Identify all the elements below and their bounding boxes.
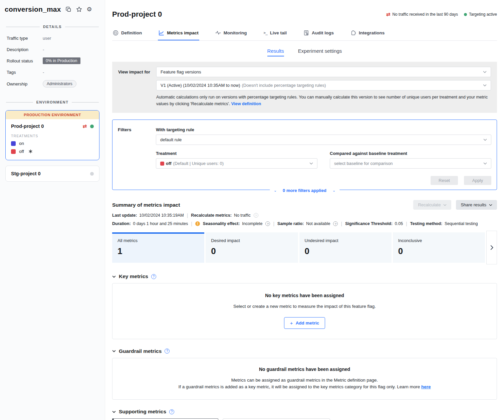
production-environment-card[interactable]: PRODUCTION ENVIRONMENT Prod-project 0 ⇄ … bbox=[5, 110, 99, 160]
filters-title: Filters bbox=[118, 127, 156, 185]
star-icon[interactable] bbox=[76, 6, 82, 12]
rollout-status-badge: 0% in Production bbox=[43, 57, 80, 64]
apply-button[interactable]: Apply bbox=[464, 176, 491, 185]
treatments-label: TREATMENTS bbox=[11, 134, 94, 138]
default-treatment-asterisk-icon bbox=[29, 150, 32, 153]
flag-tabs: Definition Metrics impact Monitoring >_ … bbox=[112, 27, 497, 41]
add-metric-button[interactable]: + Add metric bbox=[284, 317, 325, 329]
baseline-dropdown[interactable]: select baseline for comparison bbox=[330, 158, 491, 169]
page-title: Prod-project 0 bbox=[112, 10, 162, 19]
copy-icon[interactable] bbox=[66, 7, 71, 12]
plus-icon: + bbox=[290, 320, 293, 326]
empty-title: No key metrics have been assigned bbox=[112, 293, 497, 298]
chevron-down-icon bbox=[483, 84, 487, 86]
definition-icon bbox=[113, 30, 118, 36]
recalculate-button[interactable]: Recalculate bbox=[413, 200, 451, 210]
metric-card-undesired-impact[interactable]: Undesired impact 0 bbox=[299, 232, 392, 263]
view-impact-panel: View impact for Feature flag versions V1… bbox=[112, 62, 497, 113]
help-icon[interactable]: ? bbox=[333, 221, 338, 226]
detail-value: - bbox=[43, 47, 44, 52]
traffic-status: ⇄ No traffic received in the last 90 day… bbox=[386, 11, 458, 17]
empty-text: Metrics can be assigned as guardrail met… bbox=[112, 377, 497, 391]
flag-sidebar: conversion_max ⚙ DETAILS Traffic type us… bbox=[0, 0, 105, 420]
help-icon[interactable]: ? bbox=[165, 349, 170, 354]
help-icon[interactable]: ? bbox=[265, 221, 270, 226]
detail-label: Ownership bbox=[7, 81, 43, 86]
chevron-down-icon bbox=[309, 162, 313, 165]
live-tail-icon: >_ bbox=[264, 31, 267, 35]
details-title: DETAILS bbox=[43, 25, 62, 29]
summary-title: Summary of metrics impact bbox=[112, 202, 180, 208]
collapse-chevron-icon[interactable] bbox=[112, 411, 116, 413]
metric-card-inconclusive[interactable]: Inconclusive 0 bbox=[393, 232, 485, 263]
ownership-pill[interactable]: Administrators bbox=[43, 80, 76, 87]
treatment-dropdown[interactable]: off (Default | Unique users: 0) bbox=[156, 158, 317, 169]
treatment-off-label: off bbox=[19, 149, 24, 154]
collapse-chevron-icon[interactable] bbox=[112, 275, 116, 278]
environment-title: ENVIRONMENT bbox=[36, 100, 69, 104]
details-divider: DETAILS bbox=[6, 25, 99, 29]
chevron-down-icon bbox=[443, 204, 447, 206]
treatment-row-off: off bbox=[11, 149, 94, 154]
staging-inactive-dot bbox=[90, 172, 94, 176]
share-results-button[interactable]: Share results bbox=[456, 200, 497, 210]
collapse-chevron-icon[interactable] bbox=[112, 350, 116, 352]
tab-definition[interactable]: Definition bbox=[112, 27, 143, 40]
cards-scroll-next-button[interactable] bbox=[486, 231, 497, 264]
version-value-dropdown[interactable]: V1 (Active) (10/02/2024 10:35AM to now) … bbox=[156, 80, 491, 90]
targeting-rule-dropdown[interactable]: default rule bbox=[156, 135, 491, 145]
staging-environment-card[interactable]: Stg-project 0 bbox=[5, 166, 99, 182]
tab-metrics-impact[interactable]: Metrics impact bbox=[158, 27, 199, 40]
targeting-active-dot bbox=[464, 13, 467, 16]
chevron-down-icon bbox=[483, 162, 487, 165]
subtab-experiment-settings[interactable]: Experiment settings bbox=[298, 48, 342, 56]
view-definition-link[interactable]: View definition bbox=[231, 101, 261, 106]
help-icon[interactable]: ? bbox=[254, 213, 258, 218]
learn-more-link[interactable]: here bbox=[421, 384, 431, 389]
tab-monitoring[interactable]: Monitoring bbox=[215, 27, 248, 40]
production-environment-banner: PRODUCTION ENVIRONMENT bbox=[6, 111, 99, 119]
help-icon[interactable]: ? bbox=[169, 409, 174, 414]
warning-icon: ! bbox=[195, 221, 200, 226]
detail-value: - bbox=[43, 70, 44, 75]
tab-live-tail[interactable]: >_ Live tail bbox=[263, 27, 288, 40]
help-icon[interactable]: ? bbox=[151, 274, 156, 279]
integrations-icon bbox=[350, 30, 356, 36]
environment-name: Prod-project 0 bbox=[11, 124, 44, 129]
detail-row-traffic-type: Traffic type user bbox=[7, 35, 98, 41]
chevron-down-icon: ⌄ bbox=[332, 188, 335, 193]
environment-name: Stg-project 0 bbox=[11, 171, 41, 176]
detail-row-ownership: Ownership Administrators bbox=[7, 80, 98, 87]
metric-card-all-metrics[interactable]: All metrics 1 bbox=[112, 232, 204, 263]
tab-integrations[interactable]: Integrations bbox=[350, 27, 385, 40]
no-traffic-icon: ⇄ bbox=[386, 11, 391, 17]
reset-button[interactable]: Reset bbox=[431, 176, 458, 185]
chevron-down-icon bbox=[483, 71, 487, 73]
treatment-row-on: on bbox=[11, 141, 94, 146]
environment-divider: ENVIRONMENT bbox=[6, 100, 99, 104]
metric-card-desired-impact[interactable]: Desired impact 0 bbox=[206, 232, 298, 263]
version-note: (Doesn't include percentage targeting ru… bbox=[242, 83, 326, 88]
flag-title: conversion_max bbox=[5, 5, 61, 13]
manage-metrics-button[interactable]: + Manage metrics bbox=[223, 418, 330, 420]
treatment-off-swatch bbox=[160, 162, 164, 166]
detail-label: Rollout status bbox=[7, 58, 43, 63]
treatment-meta: (Default | Unique users: 0) bbox=[173, 161, 224, 166]
no-traffic-icon: ⇄ bbox=[82, 123, 87, 129]
treatment-off-swatch bbox=[11, 149, 16, 154]
more-filters-toggle[interactable]: ⌄ 0 more filters applied ⌄ bbox=[270, 188, 339, 193]
treatment-label: Treatment bbox=[156, 151, 317, 156]
detail-value: user bbox=[43, 36, 51, 41]
subtab-results[interactable]: Results bbox=[267, 48, 284, 56]
metrics-impact-icon bbox=[159, 30, 164, 36]
supporting-metric-card-conversion[interactable]: conversion NOT AVAILABLE N/A ? No calcul… bbox=[112, 418, 218, 420]
treatment-value: off bbox=[166, 161, 172, 166]
empty-title: No guardrail metrics have been assigned bbox=[112, 367, 497, 372]
version-value: V1 (Active) (10/02/2024 10:35AM to now) bbox=[161, 83, 240, 88]
gear-icon[interactable]: ⚙ bbox=[87, 6, 92, 13]
tab-audit-logs[interactable]: Audit logs bbox=[303, 27, 334, 40]
detail-row-tags: Tags - bbox=[7, 69, 98, 75]
filters-panel: Filters With targeting rule default rule… bbox=[112, 120, 497, 190]
version-type-dropdown[interactable]: Feature flag versions bbox=[156, 67, 491, 77]
view-impact-label: View impact for bbox=[118, 67, 156, 107]
